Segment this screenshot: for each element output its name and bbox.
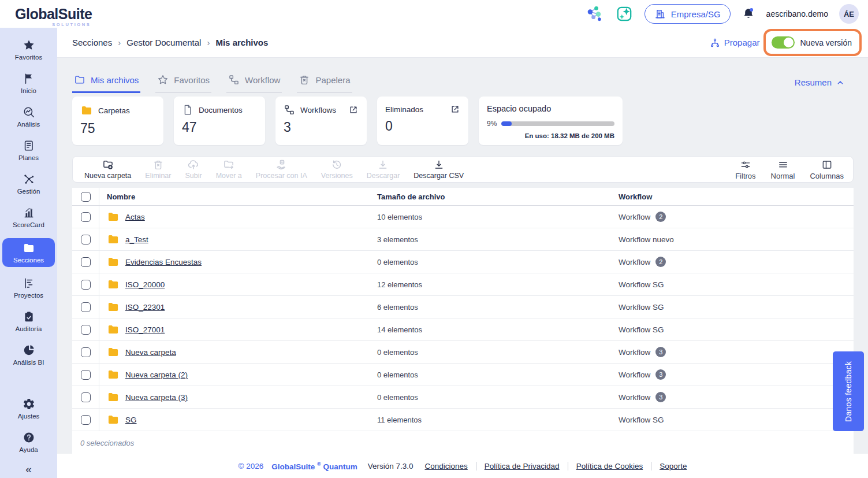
row-workflow-cell: Workflow SG [619, 318, 854, 340]
row-size-cell: 14 elementos [377, 318, 619, 340]
row-checkbox[interactable] [81, 415, 91, 425]
toolbar-button-filtros[interactable]: Filtros [732, 158, 759, 181]
table-row: Nueva carpeta (3)0 elementosWorkflow3 [72, 386, 854, 409]
summary-cards-row: Carpetas75Documentos47Workflows3Eliminad… [72, 97, 854, 145]
tab-mis-archivos[interactable]: Mis archivos [72, 74, 140, 93]
apps-molecule-icon[interactable] [584, 4, 604, 24]
sidebar-collapse-button[interactable]: « [0, 463, 57, 478]
filters-icon [740, 159, 751, 171]
footer-link-politica-de-cookies[interactable]: Política de Cookies [568, 462, 643, 470]
tab-workflow[interactable]: Workflow [226, 74, 282, 93]
row-checkbox[interactable] [81, 235, 91, 244]
sidebar-item-label: Gestión [17, 188, 40, 195]
chevron-up-icon [836, 78, 845, 87]
sidebar-item-inicio[interactable]: Inicio [0, 71, 57, 96]
sidebar-item-auditoria[interactable]: Auditoría [0, 309, 57, 334]
folder-link[interactable]: ISO_22301 [125, 303, 165, 312]
sidebar-item-label: Auditoría [15, 325, 42, 332]
row-checkbox-cell [72, 386, 99, 408]
download-icon [433, 159, 445, 171]
folder-icon [107, 346, 120, 358]
card-value: 0 [385, 118, 460, 134]
row-checkbox[interactable] [81, 302, 91, 312]
breadcrumb-separator: › [207, 38, 210, 47]
breadcrumb-item-secciones[interactable]: Secciones [72, 38, 112, 47]
folder-icon [107, 391, 120, 403]
toolbar-button-label: Normal [771, 172, 795, 180]
footer-link-condiciones[interactable]: Condiciones [425, 462, 468, 470]
folder-link[interactable]: SG [125, 416, 137, 424]
toolbar-button-normal[interactable]: Normal [768, 158, 799, 181]
sidebar-item-ajustes[interactable]: Ajustes [0, 396, 57, 421]
storage-card: Espacio ocupado9%En uso: 18.32 MB de 200… [479, 97, 623, 145]
footer-link-politica-de-privacidad[interactable]: Política de Privacidad [476, 462, 560, 470]
sidebar-item-scorecard[interactable]: ScoreCard [0, 205, 57, 230]
row-checkbox[interactable] [81, 347, 91, 357]
page-footer: © 2026 GlobalSuite ® Quantum Versión 7.3… [57, 454, 868, 478]
folder-link[interactable]: Nueva carpeta (3) [125, 393, 188, 402]
annotation-highlight-box: Nueva versión [763, 29, 862, 56]
file-toolbar: Nueva carpetaEliminarSubirMover aProcesa… [72, 156, 854, 183]
toolbar-button-columnas[interactable]: Columnas [806, 158, 847, 181]
sidebar-item-gestion[interactable]: Gestión [0, 171, 57, 197]
company-selector-button[interactable]: Empresa/SG [645, 4, 731, 24]
sidebar-item-analisis[interactable]: Análisis [0, 104, 57, 129]
sidebar-item-proyectos[interactable]: Proyectos [0, 275, 57, 301]
sidebar-item-analisis-bi[interactable]: Análisis BI [0, 342, 57, 368]
folder-link[interactable]: ISO_20000 [125, 280, 165, 289]
row-size-cell: 0 elementos [377, 386, 619, 408]
folder-icon [107, 255, 120, 268]
folder-link[interactable]: Actas [125, 213, 145, 221]
tab-favoritos[interactable]: Favoritos [155, 74, 211, 93]
row-checkbox-cell [72, 318, 99, 340]
column-header-tamano[interactable]: Tamaño de archivo [377, 188, 619, 205]
row-checkbox[interactable] [81, 392, 91, 402]
toolbar-button-descargar-csv[interactable]: Descargar CSV [408, 158, 470, 181]
sidebar-item-secciones[interactable]: Secciones [2, 238, 55, 267]
toolbar-button-nueva-carpeta[interactable]: Nueva carpeta [79, 158, 137, 181]
column-header-workflow[interactable]: Workflow [619, 188, 854, 205]
breadcrumb-item-gestor-documental[interactable]: Gestor Documental [126, 38, 201, 47]
row-checkbox[interactable] [81, 370, 91, 380]
propagar-button[interactable]: Propagar [710, 38, 760, 48]
row-checkbox[interactable] [81, 257, 91, 267]
card-label: Documentos [199, 106, 243, 114]
nueva-version-toggle[interactable] [772, 36, 795, 49]
folder-link[interactable]: Nueva carpeta (2) [125, 370, 188, 379]
logo-subtitle: SOLUTIONS [52, 22, 91, 27]
ai-assistant-icon[interactable] [615, 5, 634, 23]
row-checkbox[interactable] [81, 280, 91, 290]
toolbar-button-label: Versiones [321, 172, 353, 180]
sidebar-item-planes[interactable]: Planes [0, 138, 57, 163]
folder-link[interactable]: Nueva carpeta [125, 348, 176, 357]
pie-chart-icon [23, 344, 35, 357]
workflow-name: Workflow SG [619, 303, 664, 312]
folder-link[interactable]: a_Test [125, 235, 148, 244]
footer-link-soporte[interactable]: Soporte [651, 462, 687, 470]
workflow-name: Workflow [619, 213, 650, 221]
sidebar-item-ayuda[interactable]: Ayuda [0, 429, 57, 455]
logo[interactable]: GlobalSuite SOLUTIONS [15, 6, 92, 23]
row-checkbox[interactable] [81, 325, 91, 335]
sidebar-item-favoritos[interactable]: Favoritos [0, 37, 57, 62]
notifications-bell-icon[interactable] [742, 7, 755, 21]
document-icon [182, 104, 193, 116]
feedback-button[interactable]: Danos feedback [833, 351, 864, 431]
folder-link[interactable]: Evidencias Encuestas [125, 258, 202, 266]
folder-link[interactable]: ISO_27001 [125, 325, 165, 334]
folder-icon [107, 413, 120, 426]
sidebar-bottom-items: AjustesAyuda [0, 396, 57, 463]
summary-card-eliminados: Eliminados0 [377, 97, 468, 145]
select-all-checkbox[interactable] [81, 192, 91, 202]
column-header-nombre[interactable]: Nombre [99, 188, 377, 205]
workflow-icon [228, 74, 240, 86]
sidebar-main-items: FavoritosInicioAnálisisPlanesGestiónScor… [0, 37, 57, 376]
tab-papelera[interactable]: Papelera [297, 74, 352, 93]
table-row: SG11 elementosWorkflow SG [72, 409, 854, 431]
row-checkbox[interactable] [81, 212, 91, 222]
workflow-icon [284, 104, 295, 116]
upload-icon [188, 159, 199, 171]
toggle-knob [784, 38, 794, 47]
resumen-toggle[interactable]: Resumen [795, 77, 845, 87]
avatar[interactable]: ÁE [839, 4, 859, 24]
